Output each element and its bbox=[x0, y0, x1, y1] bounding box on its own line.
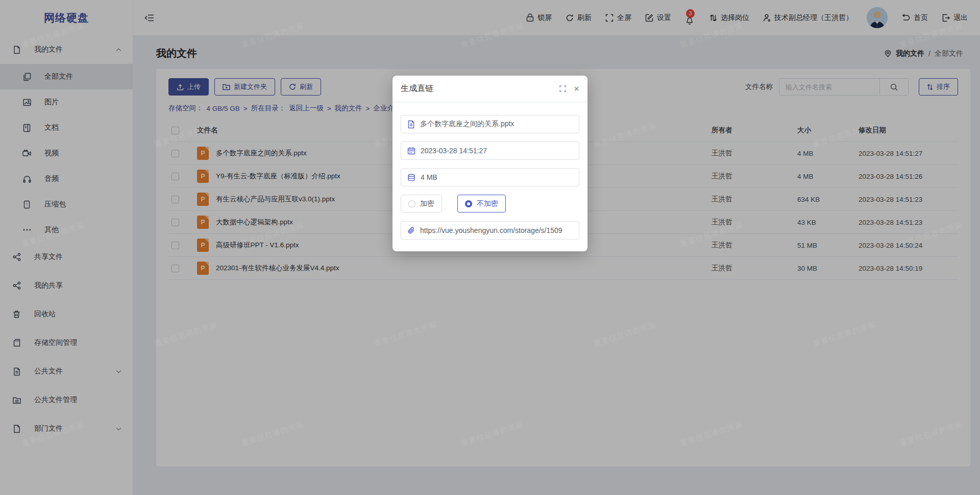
radio-icon bbox=[408, 200, 415, 207]
generate-link-dialog: 生成直链 × 多个数字底座之间的关系.pptx 2023-03-28 14:51… bbox=[393, 76, 587, 251]
size-value: 4 MB bbox=[421, 173, 437, 181]
maximize-icon[interactable] bbox=[559, 85, 566, 92]
document-icon bbox=[407, 120, 415, 129]
dialog-body: 多个数字底座之间的关系.pptx 2023-03-28 14:51:27 4 M… bbox=[393, 102, 587, 240]
calendar-icon bbox=[407, 147, 415, 155]
encrypt-label: 加密 bbox=[420, 199, 434, 208]
app-root: 网络硬盘 我的文件 全部文件 图片 文档 bbox=[0, 0, 980, 495]
date-field: 2023-03-28 14:51:27 bbox=[401, 142, 579, 160]
encryption-options: 加密 不加密 bbox=[401, 195, 579, 213]
link-value: https://vue.youshengyun.com/storage/s/15… bbox=[420, 226, 562, 234]
database-icon bbox=[407, 174, 415, 181]
link-field[interactable]: https://vue.youshengyun.com/storage/s/15… bbox=[401, 221, 579, 240]
encrypt-radio[interactable]: 加密 bbox=[401, 195, 442, 213]
dialog-title: 生成直链 bbox=[401, 83, 433, 94]
dialog-tools: × bbox=[559, 84, 579, 93]
file-name-value: 多个数字底座之间的关系.pptx bbox=[420, 120, 514, 129]
date-value: 2023-03-28 14:51:27 bbox=[421, 147, 487, 155]
file-name-field: 多个数字底座之间的关系.pptx bbox=[401, 115, 579, 133]
paperclip-icon bbox=[407, 226, 415, 234]
no-encrypt-radio[interactable]: 不加密 bbox=[457, 195, 506, 213]
dialog-header: 生成直链 × bbox=[393, 76, 587, 102]
radio-icon bbox=[465, 200, 472, 207]
close-icon[interactable]: × bbox=[574, 84, 579, 93]
size-field: 4 MB bbox=[401, 168, 579, 186]
no-encrypt-label: 不加密 bbox=[477, 199, 498, 208]
